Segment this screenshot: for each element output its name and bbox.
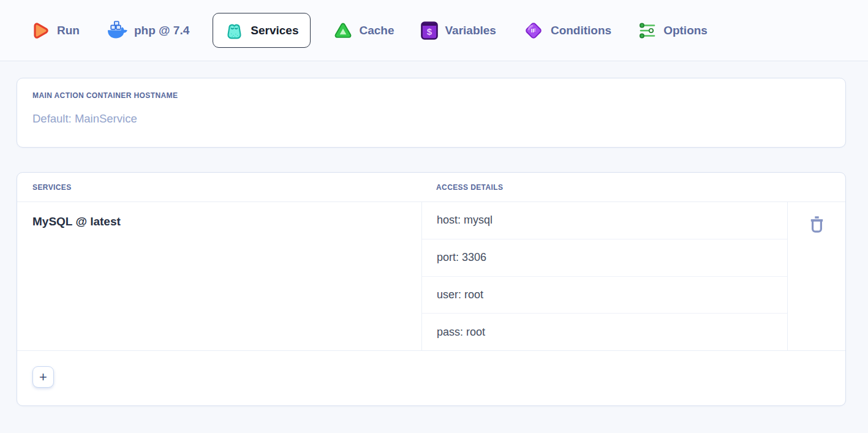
- service-name-cell[interactable]: MySQL @ latest: [17, 202, 421, 351]
- tab-options[interactable]: Options: [638, 21, 708, 40]
- hostname-label: MAIN ACTION CONTAINER HOSTNAME: [32, 91, 830, 100]
- access-detail-host: host: mysql: [422, 202, 787, 239]
- tab-label: Conditions: [551, 24, 611, 37]
- tab-services[interactable]: Services: [213, 13, 311, 48]
- if-glyph: IF: [531, 28, 537, 34]
- conditions-if-icon: IF: [523, 20, 544, 41]
- docker-icon: [107, 21, 127, 40]
- tab-label: Options: [663, 24, 708, 37]
- variables-dollar-icon: $: [421, 21, 438, 40]
- tab-variables[interactable]: $ Variables: [421, 21, 496, 40]
- service-actions-cell: [788, 202, 845, 351]
- action-tabs-bar: Run php @ 7.4: [0, 0, 868, 61]
- services-footer: +: [17, 351, 845, 405]
- tab-php[interactable]: php @ 7.4: [107, 21, 189, 40]
- access-detail-port: port: 3306: [422, 239, 787, 277]
- access-detail-user: user: root: [422, 277, 787, 314]
- column-header-services: SERVICES: [17, 173, 421, 202]
- cache-triangle-icon: [334, 21, 352, 40]
- tab-label: Cache: [359, 24, 394, 37]
- column-header-actions: [788, 173, 845, 202]
- hostname-panel: MAIN ACTION CONTAINER HOSTNAME: [17, 78, 846, 148]
- play-icon: [31, 21, 50, 40]
- hostname-input[interactable]: [32, 112, 830, 126]
- dollar-glyph: $: [427, 26, 432, 36]
- tab-label: Variables: [445, 24, 496, 37]
- services-panel: SERVICES ACCESS DETAILS MySQL @ latest h…: [17, 172, 846, 406]
- access-details-list: host: mysql port: 3306 user: root pass: …: [421, 202, 788, 351]
- tab-run[interactable]: Run: [31, 21, 80, 40]
- tab-cache[interactable]: Cache: [334, 21, 394, 40]
- tab-label: php @ 7.4: [134, 24, 189, 37]
- add-service-button[interactable]: +: [32, 366, 54, 388]
- tab-label: Run: [57, 24, 80, 37]
- options-sliders-icon: [638, 21, 657, 40]
- access-detail-pass: pass: root: [422, 314, 787, 350]
- services-bag-icon: [225, 21, 244, 40]
- action-settings-content: MAIN ACTION CONTAINER HOSTNAME SERVICES …: [0, 61, 868, 406]
- tab-conditions[interactable]: IF Conditions: [523, 20, 611, 41]
- delete-service-button[interactable]: [808, 214, 826, 235]
- tab-label: Services: [251, 24, 298, 37]
- trash-icon: [809, 227, 825, 236]
- column-header-access-details: ACCESS DETAILS: [421, 173, 788, 202]
